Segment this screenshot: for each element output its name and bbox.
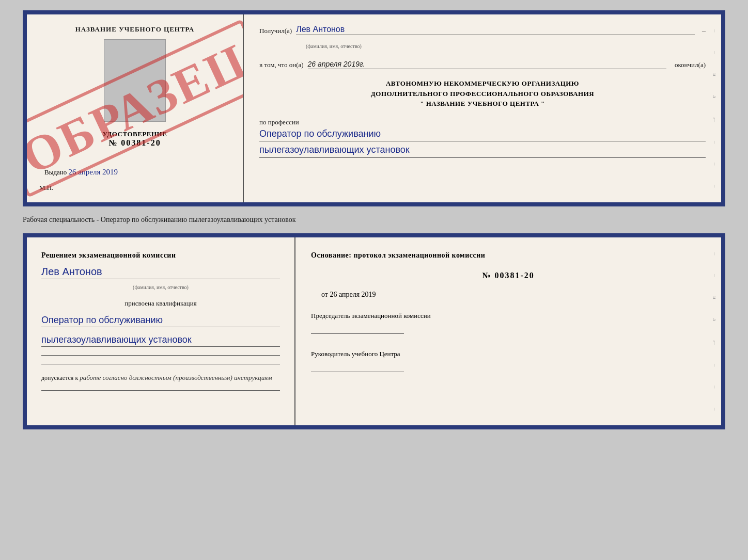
date-row: в том, что он(а) 26 апреля 2019г. окончи…: [259, 59, 706, 69]
certificate-bottom: Решением экзаменационной комиссии Лев Ан…: [23, 233, 725, 429]
cert-issued: Выдано 26 апреля 2019: [39, 168, 118, 177]
cert-number-block: УДОСТОВЕРЕНИЕ № 00381-20: [103, 130, 167, 148]
bmarker-а: а: [712, 318, 718, 321]
date-value-text: 26 апреля 2019г.: [308, 60, 365, 68]
right-side-markers-bottom: – – и а ‹– – – –: [710, 237, 720, 425]
chairman-signature-line: [311, 324, 404, 334]
issued-label: Выдано: [44, 168, 67, 176]
cert-school-name: НАЗВАНИЕ УЧЕБНОГО ЦЕНТРА: [75, 25, 195, 34]
allowed-label: допускается к: [41, 374, 78, 381]
chairman-label: Председатель экзаменационной комиссии: [311, 311, 706, 321]
qual-line1: Оператор по обслуживанию: [41, 315, 280, 327]
bmarker-3: –: [712, 364, 718, 367]
profession-line1: Оператор по обслуживанию: [259, 126, 706, 142]
recipient-subtext: (фамилия, имя, отчество): [306, 43, 706, 49]
marker-3: –: [712, 141, 718, 144]
org-line1: АВТОНОМНУЮ НЕКОММЕРЧЕСКУЮ ОРГАНИЗАЦИЮ: [259, 78, 706, 89]
bmarker-2: –: [712, 274, 718, 277]
recipient-name: Лев Антонов: [296, 25, 695, 35]
profession-label: по профессии: [259, 118, 706, 126]
org-block: АВТОНОМНУЮ НЕКОММЕРЧЕСКУЮ ОРГАНИЗАЦИЮ ДО…: [259, 78, 706, 109]
bmarker-5: –: [712, 408, 718, 411]
chairman-block: Председатель экзаменационной комиссии: [311, 311, 706, 334]
blank-line-2: [41, 364, 280, 364]
blank-line-1: [41, 355, 280, 356]
photo-placeholder: [104, 39, 166, 122]
profession-block: по профессии Оператор по обслуживанию пы…: [259, 118, 706, 158]
org-line3: " НАЗВАНИЕ УЧЕБНОГО ЦЕНТРА ": [259, 99, 706, 109]
bmarker-к: ‹–: [712, 340, 718, 345]
recipient-row: Получил(а) Лев Антонов –: [259, 25, 706, 35]
finished-label: окончил(а): [675, 61, 706, 69]
org-line2: ДОПОЛНИТЕЛЬНОГО ПРОФЕССИОНАЛЬНОГО ОБРАЗО…: [259, 89, 706, 99]
blank-line-3: [41, 390, 280, 391]
received-label: Получил(а): [259, 27, 292, 35]
udostoverenie-label: УДОСТОВЕРЕНИЕ: [103, 130, 167, 138]
marker-4: –: [712, 163, 718, 166]
bottom-name-subtext: (фамилия, имя, отчество): [41, 284, 280, 290]
marker-5: –: [712, 185, 718, 188]
date-value: 26 апреля 2019г.: [308, 59, 666, 69]
cert-bottom-left: Решением экзаменационной комиссии Лев Ан…: [27, 237, 295, 425]
bmarker-4: –: [712, 386, 718, 389]
cert-left-panel: НАЗВАНИЕ УЧЕБНОГО ЦЕНТРА УДОСТОВЕРЕНИЕ №…: [27, 14, 244, 202]
marker-2: –: [712, 51, 718, 54]
certificate-top: НАЗВАНИЕ УЧЕБНОГО ЦЕНТРА УДОСТОВЕРЕНИЕ №…: [23, 10, 725, 206]
recipient-name-text: Лев Антонов: [296, 25, 345, 34]
bmarker-и: и: [712, 296, 718, 299]
protocol-date-value: 26 апреля 2019: [330, 291, 376, 298]
allowed-block: допускается к работе согласно должностны…: [41, 374, 280, 382]
bmarker-1: –: [712, 252, 718, 255]
mp-label: М.П.: [39, 184, 53, 192]
head-label: Руководитель учебного Центра: [311, 349, 706, 359]
document-container: НАЗВАНИЕ УЧЕБНОГО ЦЕНТРА УДОСТОВЕРЕНИЕ №…: [23, 10, 725, 429]
marker-а: а: [712, 95, 718, 98]
marker-и: и: [712, 73, 718, 76]
cert-right-panel: Получил(а) Лев Антонов – (фамилия, имя, …: [244, 14, 721, 202]
head-signature-line: [311, 362, 404, 372]
protocol-number: № 00381-20: [311, 271, 706, 280]
assigned-label: присвоена квалификация: [41, 299, 280, 308]
marker-1: –: [712, 29, 718, 33]
basis-text: Основание: протокол экзаменационной коми…: [311, 250, 706, 261]
protocol-date: от 26 апреля 2019: [321, 291, 706, 299]
head-block: Руководитель учебного Центра: [311, 349, 706, 372]
separator-text: Рабочая специальность - Оператор по обсл…: [23, 215, 296, 225]
right-side-markers: – – и а ‹– – – –: [710, 14, 720, 202]
cert-number: № 00381-20: [103, 138, 167, 148]
bottom-name: Лев Антонов: [41, 266, 280, 279]
profession-line2: пылегазоулавливающих установок: [259, 142, 706, 158]
qual-line2: пылегазоулавливающих установок: [41, 334, 280, 347]
marker-к: ‹–: [712, 117, 718, 122]
date-prefix: от: [321, 291, 328, 298]
allowed-text: работе согласно должностным (производств…: [80, 374, 272, 381]
issued-date: 26 апреля 2019: [69, 168, 118, 176]
decision-text: Решением экзаменационной комиссии: [41, 250, 280, 261]
date-label: в том, что он(а): [259, 61, 304, 69]
cert-bottom-right: Основание: протокол экзаменационной коми…: [295, 237, 721, 425]
